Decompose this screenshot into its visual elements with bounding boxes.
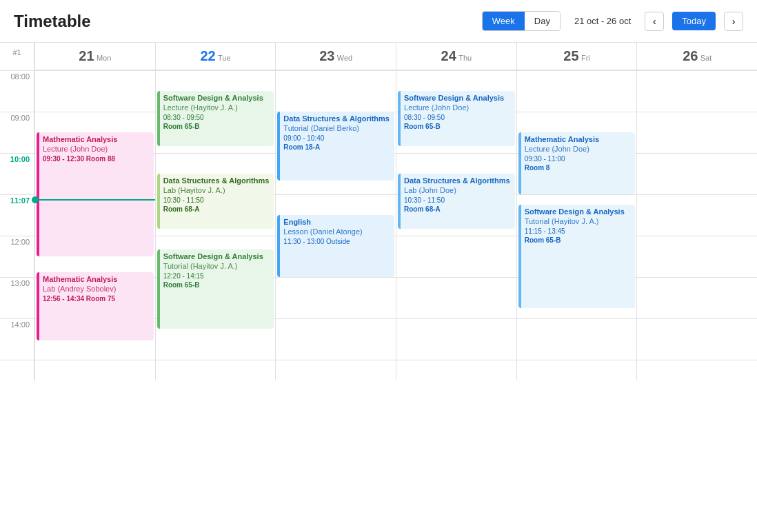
event-room: Room 65-B [163,122,271,131]
today-button[interactable]: Today [672,12,716,30]
event-title: Data Structures & Algorithms [163,176,271,185]
hour-thu-13 [396,277,516,318]
day-header-sat: 26 Sat [637,43,757,70]
hour-sat-10 [637,153,757,194]
event-wed-english[interactable]: English Lesson (Daniel Atonge) 11:30 - 1… [277,215,394,277]
event-type: Lesson (Daniel Atonge) [283,227,391,236]
event-room: Room 65-B [525,236,632,245]
day-name-fri: Fri [581,54,590,62]
event-title: Software Design & Analysis [163,93,271,103]
event-room: 12:56 - 14:34 Room 75 [43,294,150,303]
event-time: 11:15 - 13:45 [525,227,632,236]
event-thu-dsa-lab[interactable]: Data Structures & Algorithms Lab (John D… [398,174,515,229]
current-time-line-mon [35,199,155,201]
hour-thu-14 [396,318,516,360]
event-type: Lab (Andrey Sobolev) [43,284,150,294]
hour-thu-12 [396,236,516,277]
day-col-wed: 23 Wed [275,43,396,70]
event-title: Mathematic Analysis [43,274,150,284]
hour-fri-14 [517,318,637,360]
event-tue-sda-tutorial[interactable]: Software Design & Analysis Tutorial (Hay… [157,249,274,329]
page-title: Timetable [14,12,474,31]
event-time: 09:00 - 10:40 [283,134,391,143]
event-room: Room 8 [525,163,632,172]
next-week-button[interactable]: › [724,12,743,31]
event-title: Mathematic Analysis [43,134,150,144]
day-name-mon: Mon [97,54,111,62]
time-slot-end [0,360,34,380]
day-events-mon: Mathematic Analysis Lecture (John Doe) 0… [35,70,155,380]
event-thu-sda-lecture[interactable]: Software Design & Analysis Lecture (John… [398,91,515,146]
event-type: Lecture (Hayitov J. A.) [163,103,271,112]
time-column: 08:00 09:00 10:00 11:07 12:00 13:00 14:0… [0,70,34,380]
event-type: Tutorial (Hayitov J. A.) [163,261,271,271]
day-col-fri: 25 Fri [516,43,637,70]
day-num-fri: 25 [563,48,578,63]
day-name-sat: Sat [700,54,712,62]
event-room: Room 68-A [163,205,271,214]
event-title: Software Design & Analysis [163,252,271,261]
time-slot-1000: 10:00 [0,153,34,194]
hour-fri-8 [517,70,637,112]
event-time: 11:30 - 13:00 Outside [283,237,391,246]
day-name-wed: Wed [337,54,352,62]
day-header-tue: 22 Tue [156,43,276,70]
day-num-wed: 23 [319,48,334,63]
week-view-button[interactable]: Week [483,12,525,30]
event-tue-sda-lecture[interactable]: Software Design & Analysis Lecture (Hayi… [157,91,274,146]
event-fri-math-lecture[interactable]: Mathematic Analysis Lecture (John Doe) 0… [518,132,636,194]
time-header-cell: #1 [0,43,34,70]
time-slot-900: 09:00 [0,112,34,153]
time-slot-800: 08:00 [0,70,34,112]
day-header-fri: 25 Fri [517,43,637,70]
day-events-wed: Data Structures & Algorithms Tutorial (D… [276,70,396,380]
day-body-thu: Software Design & Analysis Lecture (John… [396,70,516,380]
day-events-sat [637,70,757,380]
day-body-fri: Mathematic Analysis Lecture (John Doe) 0… [516,70,637,380]
day-view-button[interactable]: Day [525,12,560,30]
view-toggle: Week Day [482,11,561,31]
hour-wed-13 [276,277,396,318]
event-wed-dsa-tutorial[interactable]: Data Structures & Algorithms Tutorial (D… [277,112,394,181]
day-body-tue: Software Design & Analysis Lecture (Hayi… [155,70,276,380]
event-time: 10:30 - 11:50 [163,196,271,205]
day-events-tue: Software Design & Analysis Lecture (Hayi… [156,70,276,380]
day-col-mon: 21 Mon [34,43,155,70]
event-type: Lab (John Doe) [404,185,512,195]
event-type: Tutorial (Hayitov J. A.) [525,216,632,226]
event-type: Lab (Hayitov J. A.) [163,185,271,195]
day-name-tue: Tue [218,54,231,62]
event-fri-sda-tutorial[interactable]: Software Design & Analysis Tutorial (Hay… [518,205,636,308]
header: Timetable Week Day 21 oct - 26 oct ‹ Tod… [0,0,757,42]
event-mon-math-lecture[interactable]: Mathematic Analysis Lecture (John Doe) 0… [37,132,154,256]
hour-sat-12 [637,236,757,277]
time-slot-1200: 12:00 [0,236,34,277]
event-mon-math-lab[interactable]: Mathematic Analysis Lab (Andrey Sobolev)… [37,272,154,340]
current-time-dot-mon [32,196,39,203]
event-title: Data Structures & Algorithms [283,114,391,123]
event-room: Room 18-A [283,143,391,152]
hour-wed-14 [276,318,396,360]
day-num-sat: 26 [683,48,698,63]
day-body-mon: Mathematic Analysis Lecture (John Doe) 0… [34,70,155,380]
day-events-fri: Mathematic Analysis Lecture (John Doe) 0… [517,70,637,380]
event-type: Lecture (John Doe) [43,144,150,154]
day-header-wed: 23 Wed [276,43,396,70]
day-num-mon: 21 [79,48,94,63]
event-title: Mathematic Analysis [525,134,632,144]
day-body-sat [636,70,757,380]
prev-week-button[interactable]: ‹ [645,12,664,31]
event-tue-dsa-lab[interactable]: Data Structures & Algorithms Lab (Hayito… [157,174,274,229]
event-type: Tutorial (Daniel Berko) [283,123,391,133]
event-time: 09:30 - 11:00 [525,154,632,163]
event-time: 12:20 - 14:15 [163,272,271,280]
hour-sat-14 [637,318,757,360]
event-title: Software Design & Analysis [525,207,632,216]
hour-sat-11 [637,194,757,236]
event-time: 10:30 - 11:50 [404,196,512,205]
event-room: 09:30 - 12:30 Room 88 [43,154,150,163]
date-range: 21 oct - 26 oct [569,16,636,26]
time-slot-1100: 11:07 [0,194,34,236]
hour-wed-8 [276,70,396,112]
hour-sat-9 [637,112,757,153]
